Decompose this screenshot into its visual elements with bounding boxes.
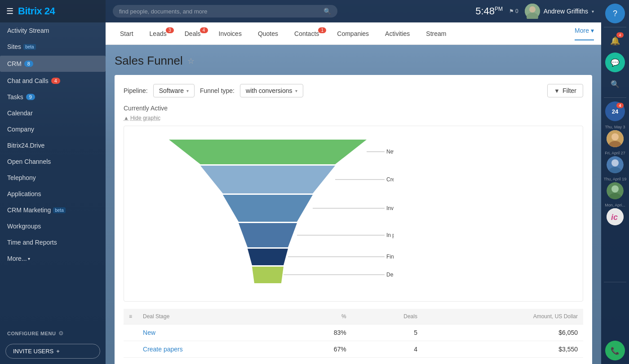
activity-avatar-4[interactable]: ic bbox=[607, 208, 624, 225]
tab-leads[interactable]: Leads 3 bbox=[142, 24, 176, 44]
pipeline-value: Software bbox=[159, 87, 184, 94]
sidebar-item-bitrix24drive[interactable]: Bitrix24.Drive bbox=[0, 137, 106, 153]
tab-label: Activities bbox=[385, 30, 410, 37]
tab-activities[interactable]: Activities bbox=[378, 24, 417, 44]
sidebar-item-calendar[interactable]: Calendar bbox=[0, 105, 106, 121]
tab-label: Invoices bbox=[219, 30, 242, 37]
phone-icon: 📞 bbox=[611, 346, 620, 355]
filter-icon: ▼ bbox=[554, 88, 560, 94]
page-content: Sales Funnel ☆ Pipeline: Software ▾ Funn… bbox=[106, 45, 601, 364]
table-filter-icon[interactable]: ≡ bbox=[129, 313, 132, 320]
activity-avatar-3[interactable] bbox=[607, 182, 624, 199]
sidebar-item-sites[interactable]: Sites beta bbox=[0, 39, 106, 55]
tab-label: Companies bbox=[337, 30, 369, 37]
amount-cell: $3,550 bbox=[423, 341, 583, 358]
brand-name: Bitrix 24 bbox=[18, 5, 55, 17]
svg-point-28 bbox=[611, 185, 619, 193]
divider bbox=[604, 97, 626, 98]
sidebar-item-time-reports[interactable]: Time and Reports bbox=[0, 234, 106, 250]
activity-date-4: Mon, Apri... bbox=[605, 203, 625, 207]
chat-button[interactable]: 💬 bbox=[605, 53, 625, 72]
svg-text:Deal won (33%): Deal won (33%) bbox=[386, 272, 394, 278]
b24-badge: 4 bbox=[616, 103, 624, 108]
notifications-button[interactable]: 🔔 4 bbox=[605, 31, 625, 51]
activity-date-2: Fri, April 27 bbox=[605, 151, 625, 155]
phone-button[interactable]: 📞 bbox=[605, 341, 625, 360]
stage-cell[interactable]: Create papers bbox=[137, 341, 284, 358]
sidebar-item-workgroups[interactable]: Workgroups bbox=[0, 218, 106, 234]
filter-button[interactable]: ▼ Filter bbox=[547, 84, 583, 97]
tab-label: More bbox=[575, 27, 589, 34]
pct-header: % bbox=[284, 309, 352, 325]
main-content: 🔍 5:48PM ⚑ 0 Andrew Griffiths ▾ bbox=[106, 0, 601, 364]
deals-header: Deals bbox=[352, 309, 423, 325]
funnel-table: ≡ Deal Stage % Deals Amount, US Dollar N… bbox=[124, 309, 583, 358]
sidebar-item-crm-marketing[interactable]: CRM Marketing beta bbox=[0, 202, 106, 218]
b24-button[interactable]: 24 4 bbox=[605, 101, 625, 121]
svg-text:ic: ic bbox=[611, 213, 618, 222]
chat-badge: 4 bbox=[51, 78, 60, 84]
tab-quotes[interactable]: Quotes bbox=[251, 24, 285, 44]
svg-point-1 bbox=[529, 6, 536, 13]
sidebar-item-chat-calls[interactable]: Chat and Calls 4 bbox=[0, 73, 106, 89]
sidebar-item-applications[interactable]: Applications bbox=[0, 186, 106, 202]
brand-name-end: 24 bbox=[42, 5, 55, 17]
search-icon: 🔍 bbox=[611, 80, 620, 88]
svg-marker-6 bbox=[239, 223, 297, 247]
ampm-display: PM bbox=[495, 6, 503, 12]
search-box[interactable]: 🔍 bbox=[113, 5, 337, 18]
topbar-user[interactable]: Andrew Griffiths ▾ bbox=[525, 4, 594, 19]
tab-label: Stream bbox=[426, 30, 446, 37]
tab-invoices[interactable]: Invoices bbox=[212, 24, 249, 44]
deals-badge: 4 bbox=[200, 27, 208, 33]
search-input[interactable] bbox=[119, 8, 320, 15]
user-chevron-icon: ▾ bbox=[592, 9, 594, 14]
tab-start[interactable]: Start bbox=[113, 24, 141, 44]
activity-avatar-1[interactable] bbox=[607, 130, 624, 147]
tab-contacts[interactable]: Contacts 1 bbox=[287, 24, 328, 44]
sidebar-item-activity-stream[interactable]: Activity Stream bbox=[0, 22, 106, 39]
stage-cell[interactable]: New bbox=[137, 325, 284, 341]
activity-avatar-2[interactable] bbox=[607, 156, 624, 173]
pipeline-chevron-icon: ▾ bbox=[186, 88, 189, 93]
amount-header: Amount, US Dollar bbox=[423, 309, 583, 325]
hide-graphic-link[interactable]: ▲ Hide graphic bbox=[124, 115, 160, 121]
tab-more[interactable]: More ▾ bbox=[575, 27, 594, 40]
hamburger-icon[interactable]: ☰ bbox=[6, 6, 13, 16]
beta-badge: beta bbox=[53, 207, 65, 213]
tab-label: Contacts bbox=[294, 30, 319, 37]
sidebar-item-tasks[interactable]: Tasks 9 bbox=[0, 89, 106, 105]
search-button[interactable]: 🔍 bbox=[605, 74, 625, 94]
activity-date-1: Thu, May 3 bbox=[605, 125, 625, 129]
page-title: Sales Funnel bbox=[115, 54, 183, 68]
sidebar-item-telephony[interactable]: Telephony bbox=[0, 170, 106, 186]
right-sidebar: ? 🔔 4 💬 🔍 24 4 Thu, May 3 Fri, April 27 bbox=[601, 0, 629, 364]
gear-icon[interactable]: ⚙ bbox=[58, 330, 64, 337]
sidebar-item-company[interactable]: Company bbox=[0, 121, 106, 137]
favorite-star-icon[interactable]: ☆ bbox=[187, 56, 195, 66]
funnel-section-title: Currently Active bbox=[124, 105, 583, 112]
amount-cell: $6,050 bbox=[423, 325, 583, 341]
tab-deals[interactable]: Deals 4 bbox=[177, 24, 210, 44]
tab-label: Leads bbox=[150, 30, 167, 37]
tasks-badge: 9 bbox=[26, 94, 35, 100]
configure-menu-label: CONFIGURE MENU bbox=[7, 331, 56, 336]
activity-stream-section: Thu, May 3 Fri, April 27 Thu, April 19 bbox=[604, 125, 627, 225]
pipeline-dropdown[interactable]: Software ▾ bbox=[153, 84, 195, 97]
notifications-badge: 4 bbox=[616, 32, 624, 38]
deals-cell: 4 bbox=[352, 341, 423, 358]
table-row: Create papers 67% 4 $3,550 bbox=[124, 341, 583, 358]
svg-text:In progress (50%): In progress (50%) bbox=[386, 232, 394, 238]
sidebar-item-label: CRM Marketing bbox=[7, 206, 51, 214]
funnel-type-dropdown[interactable]: with conversions ▾ bbox=[240, 84, 303, 97]
flag-count: 0 bbox=[515, 8, 518, 14]
tab-companies[interactable]: Companies bbox=[330, 24, 376, 44]
svg-marker-7 bbox=[248, 249, 288, 265]
sidebar-item-open-channels[interactable]: Open Channels bbox=[0, 153, 106, 170]
sidebar-item-more[interactable]: More... ▾ bbox=[0, 250, 106, 267]
invite-users-button[interactable]: INVITE USERS + bbox=[5, 344, 100, 359]
sidebar-item-crm[interactable]: CRM 8 bbox=[0, 56, 106, 72]
help-button[interactable]: ? bbox=[605, 4, 625, 23]
tab-stream[interactable]: Stream bbox=[419, 24, 453, 44]
flag-icon: ⚑ bbox=[509, 8, 514, 14]
